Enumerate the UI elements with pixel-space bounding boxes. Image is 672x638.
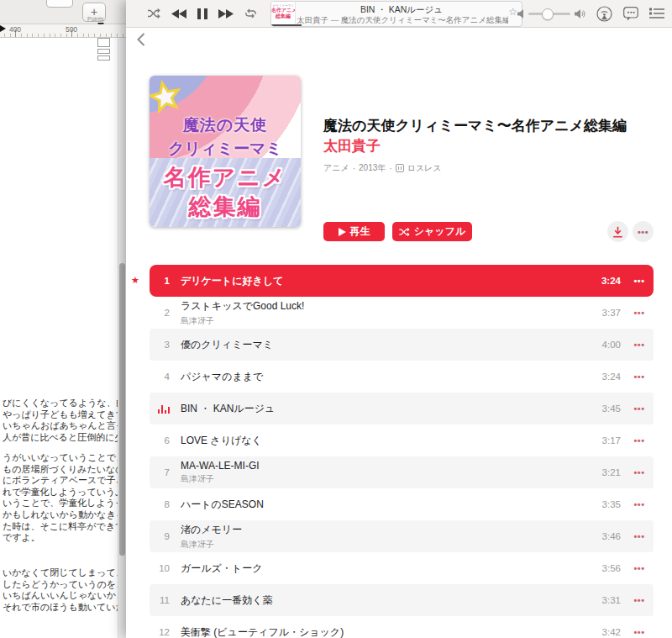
track-number: 8: [156, 499, 170, 509]
volume-slider-knob[interactable]: [542, 8, 554, 20]
track-row[interactable]: 8ハートのSEASON3:35•••: [150, 488, 654, 520]
ruler-unit-label: Points: [87, 16, 103, 22]
play-button[interactable]: 再生: [323, 222, 385, 241]
album-more-button[interactable]: •••: [633, 221, 654, 242]
volume-slider[interactable]: [528, 13, 570, 15]
track-more-button[interactable]: •••: [628, 435, 650, 446]
track-more-button[interactable]: •••: [628, 340, 650, 350]
track-title: 渚のメモリー: [181, 523, 602, 537]
doc-text-line: もの居場所づくりみたいなのを2: [3, 464, 120, 476]
page-thumbnails[interactable]: [97, 38, 110, 62]
track-duration: 3:37: [602, 308, 621, 318]
playback-progress-bar[interactable]: [271, 24, 302, 26]
track-more-button[interactable]: •••: [628, 595, 650, 605]
track-more-button[interactable]: •••: [628, 403, 650, 414]
shuffle-button[interactable]: シャッフル: [392, 222, 472, 241]
track-title: LOVE さりげなく: [181, 434, 602, 448]
document-toolbar: +: [0, 0, 126, 24]
now-playing-title: BIN ・ KANルージュ: [300, 4, 503, 16]
track-row[interactable]: 2ラストキッスでGood Luck!島津冴子3:37•••: [150, 297, 654, 329]
track-main: ガールズ・トーク: [170, 562, 602, 576]
track-row[interactable]: 7MA-WA-LE-MI-GI島津冴子3:21•••: [150, 456, 654, 488]
track-title: MA-WA-LE-MI-GI: [181, 460, 602, 472]
previous-track-icon[interactable]: [171, 9, 186, 18]
track-row[interactable]: BIN ・ KANルージュ3:45•••: [150, 393, 654, 424]
doc-paragraph: うがいいなっていうことで、最初、もの居場所づくりみたいなのを2にボランティアベー…: [3, 452, 120, 544]
track-number: 9: [156, 531, 170, 541]
next-track-icon[interactable]: [218, 9, 234, 18]
track-duration: 3:17: [602, 435, 621, 446]
doc-text-line: た時は、そこに料亭ができて、家: [3, 521, 120, 533]
lyrics-icon[interactable]: [623, 7, 638, 21]
track-title: 優のクリィミーマミ: [181, 338, 602, 352]
track-row[interactable]: 11あなたに一番効く薬3:31•••: [150, 584, 654, 616]
doc-text-line: それで市のほうも動いていただい: [3, 602, 120, 614]
track-number: 12: [156, 627, 170, 637]
ruler-marker-icon[interactable]: [0, 25, 6, 32]
queue-icon[interactable]: [649, 8, 664, 19]
track-main: あなたに一番効く薬: [170, 593, 602, 608]
track-number: 2: [156, 308, 170, 318]
doc-text-line: いうことで、学童化しようってい: [3, 498, 120, 509]
pause-icon[interactable]: [197, 8, 207, 19]
track-more-button[interactable]: •••: [628, 308, 650, 318]
now-playing-lcd[interactable]: クリィミーマミ 名作アニメ 総集編 BIN ・ KANルージュ 太田貴子 — 魔…: [270, 1, 522, 27]
volume-min-icon[interactable]: [517, 9, 524, 18]
track-more-button[interactable]: •••: [628, 563, 650, 573]
page-thumbnail-icon[interactable]: [97, 38, 110, 47]
doc-paragraph: いかなくて閉じてしまって、あんしたらどうかっていうのを、保育いちばんいいんじゃな…: [3, 567, 120, 613]
repeat-icon[interactable]: [244, 8, 257, 18]
track-number: 6: [156, 435, 170, 446]
rating-star-icon[interactable]: ☆: [508, 6, 517, 18]
track-main: パジャマのままで: [170, 370, 602, 384]
doc-text-line: 人が昔に比べると圧倒的に少なく: [3, 432, 120, 444]
track-more-button[interactable]: •••: [628, 499, 650, 509]
document-scrollbar-thumb[interactable]: [119, 263, 125, 556]
album-artwork[interactable]: 魔法の天使 クリィミーマミ 名作アニメ 総集編: [150, 76, 301, 227]
track-row[interactable]: 3優のクリィミーマミ4:00•••: [150, 329, 654, 361]
document-scrollbar[interactable]: [118, 38, 126, 638]
track-row[interactable]: 1デリケートに好きして3:24•••: [150, 265, 654, 297]
track-duration: 3:24: [601, 276, 621, 286]
track-row[interactable]: 9渚のメモリー島津冴子3:46•••: [150, 520, 654, 552]
artwork-bottom-line2: 総集編: [150, 192, 301, 222]
track-row[interactable]: 6LOVE さりげなく3:17•••: [150, 424, 654, 456]
download-button[interactable]: [607, 221, 628, 242]
page-thumbnail-icon[interactable]: [97, 55, 110, 61]
album-quality: ロスレス: [407, 162, 442, 174]
track-main: 渚のメモリー島津冴子: [170, 523, 602, 551]
document-toolbar-control[interactable]: [46, 0, 73, 8]
track-artist: 島津冴子: [181, 315, 602, 327]
track-row[interactable]: 12美衝撃 (ビューティフル・ショック)3:42•••: [150, 616, 654, 638]
shuffle-icon[interactable]: [148, 8, 160, 18]
track-more-button[interactable]: •••: [628, 467, 650, 477]
artwork-mini-text: クリィミーマミ: [272, 3, 293, 8]
track-more-button[interactable]: •••: [628, 372, 650, 382]
track-title: BIN ・ KANルージュ: [181, 402, 602, 416]
volume-max-icon[interactable]: [575, 9, 585, 18]
back-button[interactable]: [137, 33, 145, 50]
album-artist-link[interactable]: 太田貴子: [323, 136, 381, 156]
doc-text-line: したらどうかっていうのを、保育: [3, 579, 120, 591]
favorite-star-icon: ★: [131, 275, 139, 286]
ruler-label: 400: [8, 25, 23, 34]
track-list: ★ 1デリケートに好きして3:24•••2ラストキッスでGood Luck!島津…: [150, 265, 654, 638]
artwork-mini-text: 総集編: [271, 13, 295, 19]
doc-text-line: ですよ。: [3, 532, 120, 544]
track-number: 11: [156, 595, 170, 605]
track-duration: 3:46: [602, 531, 621, 541]
now-playing-artwork: クリィミーマミ 名作アニメ 総集編: [271, 2, 296, 26]
page-thumbnail-icon[interactable]: [97, 49, 110, 54]
track-duration: 3:31: [602, 595, 621, 605]
track-row[interactable]: 10ガールズ・トーク3:56•••: [150, 552, 654, 584]
track-number: 10: [156, 563, 170, 573]
track-main: ラストキッスでGood Luck!島津冴子: [170, 299, 602, 327]
track-main: ハートのSEASON: [170, 498, 602, 512]
track-duration: 3:24: [602, 372, 621, 382]
track-more-button[interactable]: •••: [628, 276, 650, 286]
track-row[interactable]: 4パジャマのままで3:24•••: [150, 361, 654, 393]
airplay-icon[interactable]: [596, 6, 612, 22]
track-more-button[interactable]: •••: [628, 627, 650, 637]
music-toolbar: クリィミーマミ 名作アニメ 総集編 BIN ・ KANルージュ 太田貴子 — 魔…: [126, 0, 672, 28]
track-more-button[interactable]: •••: [628, 531, 650, 541]
